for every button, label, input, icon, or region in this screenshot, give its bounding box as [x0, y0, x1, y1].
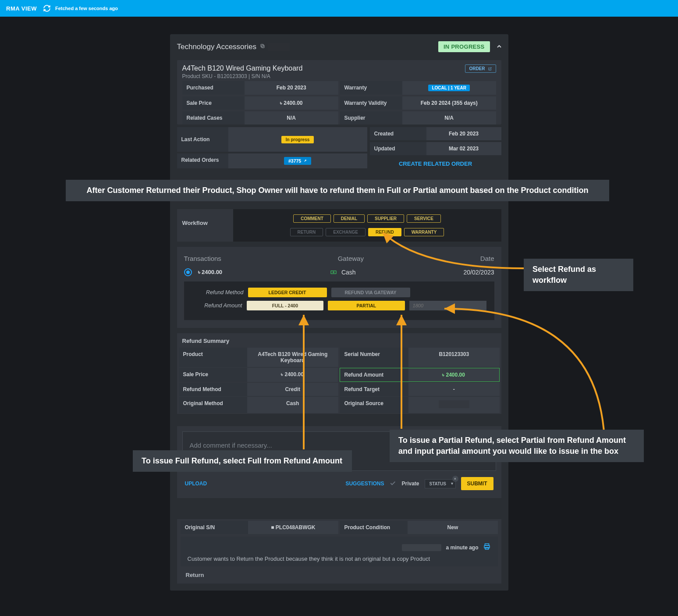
s-source-v [408, 397, 499, 413]
refund-amount-k: Refund Amount [192, 303, 242, 309]
refund-method-k: Refund Method [192, 289, 244, 296]
history-return: Return [179, 568, 500, 579]
submit-button[interactable]: SUBMIT [461, 477, 493, 490]
svg-rect-1 [261, 44, 263, 47]
ledger-credit-button[interactable]: LEDGER CREDIT [248, 288, 327, 297]
inprogress-badge: In progress [281, 136, 314, 143]
s-target-k: Refund Target [340, 383, 409, 396]
chip-return: RETURN [290, 228, 323, 236]
s-source-k: Original Source [340, 397, 409, 413]
related-v: N/A [245, 111, 338, 125]
s-product-k: Product [179, 348, 248, 367]
history-user-redacted [402, 544, 441, 551]
refresh-icon[interactable] [43, 4, 51, 12]
supplier-k: Supplier [340, 111, 402, 125]
summary-title: Refund Summary [177, 338, 501, 348]
txn-h1: Transactions [184, 255, 221, 262]
order-button[interactable]: ORDER [465, 64, 496, 73]
s-refundamt-k: Refund Amount [340, 368, 408, 381]
lastaction-k: Last Action [177, 127, 228, 152]
annotation-full: To issue Full Refund, select Full from R… [133, 450, 352, 472]
cash-icon [330, 269, 337, 276]
saleprice-v: ৳ 2400.00 [245, 96, 338, 110]
annotation-right: Select Refund as workflow [524, 259, 633, 291]
annotation-partial: To issue a Partial Refund, select Partia… [390, 430, 644, 462]
refund-summary: Refund Summary ProductA4Tech B120 Wired … [177, 333, 501, 414]
h-origsn-v: ■ PLC048ABWGK [248, 521, 338, 534]
created-v: Feb 20 2023 [426, 127, 501, 140]
chip-service[interactable]: SERVICE [407, 214, 441, 223]
s-target-v: - [408, 383, 499, 396]
svg-rect-2 [331, 271, 336, 274]
history-text: a minute ago Customer wants to Return th… [181, 537, 498, 566]
related-k: Related Cases [182, 111, 245, 125]
chip-comment[interactable]: COMMENT [293, 214, 331, 223]
svg-point-3 [333, 272, 334, 273]
validity-v: Feb 20 2024 (355 days) [402, 96, 496, 110]
updated-k: Updated [370, 142, 426, 155]
h-origsn-k: Original S/N [181, 521, 248, 534]
svg-rect-0 [262, 45, 264, 48]
purchased-v: Feb 20 2023 [245, 81, 338, 95]
suggestions-button[interactable]: SUGGESTIONS [345, 481, 384, 487]
chip-supplier[interactable]: SUPPLIER [367, 214, 404, 223]
h-cond-k: Product Condition [340, 521, 408, 534]
product-card: A4Tech B120 Wired Gaming Keyboard Produc… [177, 60, 501, 125]
partial-amount-input[interactable] [409, 301, 486, 310]
created-k: Created [370, 127, 426, 140]
check-icon[interactable] [389, 480, 396, 488]
s-saleprice-k: Sale Price [179, 368, 247, 382]
s-method-k: Refund Method [179, 383, 248, 396]
annotation-top: After Customer Returned their Product, S… [66, 180, 609, 201]
s-serial-v: B120123303 [408, 348, 499, 367]
purchased-k: Purchased [182, 81, 245, 95]
saleprice-k: Sale Price [182, 96, 245, 110]
s-orig-v: Cash [247, 397, 338, 413]
s-method-v: Credit [247, 383, 338, 396]
upload-button[interactable]: UPLOAD [185, 481, 207, 487]
txn-h3: Date [480, 255, 494, 262]
workflow-chips: COMMENT DENIAL SUPPLIER SERVICE RETURN E… [233, 209, 501, 242]
txn-radio[interactable] [184, 268, 192, 276]
private-label[interactable]: Private [401, 481, 419, 487]
related-order-chip[interactable]: #3775 [284, 157, 311, 165]
fetched-label: Fetched a few seconds ago [55, 6, 118, 11]
rma-panel: Technology Accessories IN PROGRESS A4Tec… [170, 34, 508, 591]
s-product-v: A4Tech B120 Wired Gaming Keyboard [247, 348, 338, 367]
product-sku: Product SKU - B120123303 | S/N N/A [182, 73, 303, 79]
status-select[interactable]: STATUS [425, 479, 456, 488]
caret-up-icon[interactable] [497, 43, 501, 50]
app-title: RMA VIEW [6, 5, 37, 12]
warranty-k: Warranty [340, 81, 402, 95]
create-related-order[interactable]: CREATE RELATED ORDER [370, 157, 501, 171]
updated-v: Mar 02 2023 [426, 142, 501, 155]
org-title: Technology Accessories [177, 43, 256, 51]
printer-icon[interactable] [483, 543, 491, 552]
chip-warranty[interactable]: WARRANTY [404, 228, 444, 236]
history-card: Original S/N■ PLC048ABWGK Product Condit… [177, 519, 501, 584]
status-badge[interactable]: IN PROGRESS [438, 41, 490, 52]
product-name: A4Tech B120 Wired Gaming Keyboard [182, 64, 303, 72]
clear-status-icon[interactable]: × [452, 476, 458, 482]
supplier-v: N/A [402, 111, 496, 125]
txn-gateway: Cash [341, 269, 356, 276]
full-refund-button[interactable]: FULL - 2400 [247, 301, 324, 310]
h-cond-v: New [408, 521, 497, 534]
chip-refund[interactable]: REFUND [368, 228, 401, 236]
warranty-v: LOCAL | 1 YEAR [402, 81, 496, 95]
txn-amount: ৳ 2400.00 [198, 269, 223, 276]
partial-refund-button[interactable]: PARTIAL [328, 301, 405, 310]
txn-h2: Gateway [338, 255, 364, 262]
chip-exchange: EXCHANGE [326, 228, 366, 236]
topbar: RMA VIEW Fetched a few seconds ago [0, 0, 678, 17]
chip-denial[interactable]: DENIAL [334, 214, 365, 223]
s-saleprice-v: ৳ 2400.00 [247, 368, 338, 382]
validity-k: Warranty Validity [340, 96, 402, 110]
relorders-k: Related Orders [177, 153, 228, 168]
transactions-card: Transactions Gateway Date ৳ 2400.00 Cash… [177, 247, 501, 328]
refund-via-gateway-button[interactable]: REFUND VIA GATEWAY [331, 288, 410, 297]
copy-icon[interactable] [260, 43, 265, 50]
history-time: a minute ago [446, 545, 478, 551]
s-refundamt-v: ৳ 2400.00 [408, 368, 499, 381]
s-orig-k: Original Method [179, 397, 248, 413]
